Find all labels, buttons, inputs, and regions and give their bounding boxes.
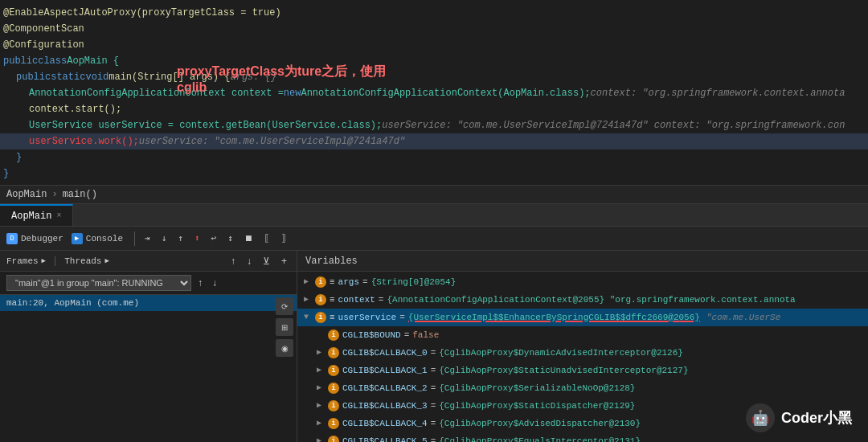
side-btn-1[interactable]: ⟳ [276,297,293,315]
var-expand-args[interactable]: ▶ [304,275,312,289]
toolbar-btn-4[interactable]: ⬆ [190,231,205,245]
thread-nav-up[interactable]: ↑ [194,276,206,290]
var-value-userservice: {UserServiceImpl$$EnhancerBySpringCGLIB$… [408,310,700,325]
var-name-args: args [338,275,359,289]
code-text: @EnableAspectJAutoProxy(proxyTargetClass… [3,6,281,20]
var-value-cglib-cb3: {CglibAopProxy$StaticDispatcher@2129} [439,399,635,413]
var-icon-args: i [315,276,326,288]
threads-header[interactable]: Threads ▶ [64,256,109,266]
var-expand-cglib-cb2[interactable]: ▶ [317,381,325,395]
frames-header[interactable]: Frames ▶ [6,256,46,266]
watermark: 🤖 Coder小黑 [746,403,852,432]
var-equals-context: ≡ [330,293,335,307]
add-btn[interactable]: + [278,254,290,268]
toolbar-btn-6[interactable]: ↕ [223,231,238,245]
code-text: userService.work(); [29,134,139,149]
var-expand-context[interactable]: ▶ [304,293,312,307]
left-debug-panel: Frames ▶ | Threads ▶ ↑ ↓ ⊻ + "main"@1 in… [0,251,297,442]
toolbar-btn-2[interactable]: ↓ [157,231,172,245]
code-text: @ComponentScan [3,22,84,36]
code-text: void [85,70,108,84]
code-text: UserService userService = context.getBea… [29,118,382,133]
code-text: } [16,150,22,165]
var-value-cglib-cb0: {CglibAopProxy$DynamicAdvisedInterceptor… [439,346,683,360]
code-text: @Configuration [3,38,84,52]
var-eq: = [431,381,436,395]
annotation-popup: proxyTargetClass为ture之后，使用cglib [177,64,386,96]
variables-label: Variables [305,256,358,267]
code-text: static [51,70,85,84]
panel-header: Frames ▶ | Threads ▶ ↑ ↓ ⊻ + [0,251,297,272]
tab-close-button[interactable]: × [56,211,61,220]
var-name-cglib-cb4: CGLIB$CALLBACK_4 [342,416,428,431]
nav-down-btn[interactable]: ↓ [244,254,255,268]
code-line-1: @EnableAspectJAutoProxy(proxyTargetClass… [0,5,868,21]
var-item-cglib-cb5[interactable]: ▶ i CGLIB$CALLBACK_5 = {CglibAopProxy$Eq… [297,432,868,442]
nav-up-btn[interactable]: ↑ [227,254,239,268]
var-name-cglib-cb5: CGLIB$CALLBACK_5 [342,434,428,442]
var-expand-cglib-cb3[interactable]: ▶ [317,399,325,413]
breadcrumb-item-2[interactable]: main() [63,189,97,200]
thread-selector-row: "main"@1 in group "main": RUNNING ↑ ↓ [0,272,297,295]
code-text: } [3,166,9,181]
var-item-context[interactable]: ▶ i ≡ context = {AnnotationConfigApplica… [297,291,868,309]
breadcrumb: AopMain › main() [0,186,868,204]
code-line-3: @Configuration [0,37,868,53]
var-icon-context: i [315,294,326,305]
toolbar-btn-8[interactable]: ⟦ [260,231,275,245]
var-item-userservice[interactable]: ▼ i ≡ userService = {UserServiceImpl$$En… [297,309,868,326]
debugger-label[interactable]: Debugger [21,234,63,244]
code-line-5: public static void main(String[] args) {… [0,69,868,85]
var-item-cglib-bound[interactable]: i CGLIB$BOUND = false [297,326,868,344]
var-value-cglib-cb1: {CglibAopProxy$StaticUnadvisedIntercepto… [439,363,688,378]
console-label[interactable]: Console [86,234,123,244]
thread-nav-down[interactable]: ↓ [209,276,220,290]
var-item-cglib-cb2[interactable]: ▶ i CGLIB$CALLBACK_2 = {CglibAopProxy$Se… [297,379,868,397]
frame-item-1[interactable]: main:20, AopMain (com.me) [0,295,297,311]
code-line-8: UserService userService = context.getBea… [0,117,868,133]
code-text: AopMain { [67,54,119,68]
code-editor: @EnableAspectJAutoProxy(proxyTargetClass… [0,0,868,186]
console-icon: ▶ [72,233,83,244]
var-expand-cglib-cb5[interactable]: ▶ [317,434,325,442]
code-line-10: } [0,149,868,166]
var-eq: = [431,434,436,442]
var-icon-cglib-cb3: i [328,400,339,411]
code-line-6: AnnotationConfigApplicationContext conte… [0,85,868,101]
tab-aop-main[interactable]: AopMain × [0,204,73,226]
tab-bar: AopMain × [0,204,868,227]
filter-btn[interactable]: ⊻ [260,254,273,268]
var-name-cglib-cb1: CGLIB$CALLBACK_1 [342,363,428,378]
var-expand-cglib-cb0[interactable]: ▶ [317,346,325,360]
toolbar-btn-9[interactable]: ⟧ [276,231,291,245]
var-name-context: context [338,293,375,307]
console-section: ▶ Console [72,233,123,244]
var-expand-cglib-cb1[interactable]: ▶ [317,363,325,378]
var-item-cglib-cb1[interactable]: ▶ i CGLIB$CALLBACK_1 = {CglibAopProxy$St… [297,362,868,379]
thread-dropdown[interactable]: "main"@1 in group "main": RUNNING [6,275,191,291]
var-item-cglib-cb0[interactable]: ▶ i CGLIB$CALLBACK_0 = {CglibAopProxy$Dy… [297,344,868,362]
breadcrumb-item-1[interactable]: AopMain [6,189,47,200]
var-item-args[interactable]: ▶ i ≡ args = {String[0]@2054} [297,273,868,291]
frames-list: main:20, AopMain (com.me) [0,295,297,442]
code-text: context: "org.springframework.context.an… [591,86,845,100]
var-name-cglib-cb2: CGLIB$CALLBACK_2 [342,381,428,395]
var-expand-userservice[interactable]: ▼ [304,310,312,325]
toolbar-btn-1[interactable]: ⇥ [140,231,155,245]
var-value-context: {AnnotationConfigApplicationContext@2055… [387,293,795,307]
watermark-text: Coder小黑 [781,408,852,428]
toolbar-btn-3[interactable]: ↑ [173,231,188,245]
toolbar-btn-7[interactable]: ⏹ [240,231,258,245]
breadcrumb-separator: › [51,189,57,200]
var-eq: = [431,346,436,360]
var-equals: = [362,275,368,289]
debugger-icon: D [6,233,18,244]
var-name-cglib-cb0: CGLIB$CALLBACK_0 [342,346,428,360]
toolbar-btn-5[interactable]: ↩ [207,231,222,245]
code-text: public [16,70,51,84]
variables-header: Variables [297,251,868,272]
side-btn-2[interactable]: ⊞ [276,318,293,336]
var-expand-cglib-cb4[interactable]: ▶ [317,416,325,431]
side-btn-camera[interactable]: ◉ [276,339,293,357]
var-icon-cglib-cb4: i [328,418,339,429]
